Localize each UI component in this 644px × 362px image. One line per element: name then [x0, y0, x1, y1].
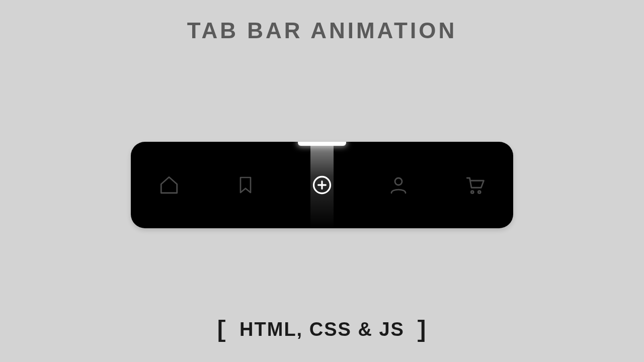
tab-home[interactable]	[131, 142, 207, 228]
tab-profile[interactable]	[360, 142, 437, 228]
bracket-left: [	[210, 318, 233, 344]
tab-cart[interactable]	[437, 142, 513, 228]
subtitle-text: HTML, CSS & JS	[239, 319, 405, 340]
bookmark-icon	[235, 174, 256, 196]
tab-bar	[131, 142, 513, 228]
plus-icon	[311, 174, 333, 196]
svg-point-4	[471, 191, 473, 194]
bracket-right: ]	[411, 318, 434, 344]
home-icon	[158, 174, 180, 196]
svg-point-5	[478, 191, 480, 194]
page-subtitle: [ HTML, CSS & JS ]	[0, 318, 644, 344]
user-icon	[388, 174, 409, 196]
page-title: TAB BAR ANIMATION	[0, 18, 644, 43]
cart-icon	[463, 174, 487, 196]
tab-add[interactable]	[284, 142, 360, 228]
svg-point-3	[395, 178, 402, 185]
tab-bookmark[interactable]	[207, 142, 284, 228]
